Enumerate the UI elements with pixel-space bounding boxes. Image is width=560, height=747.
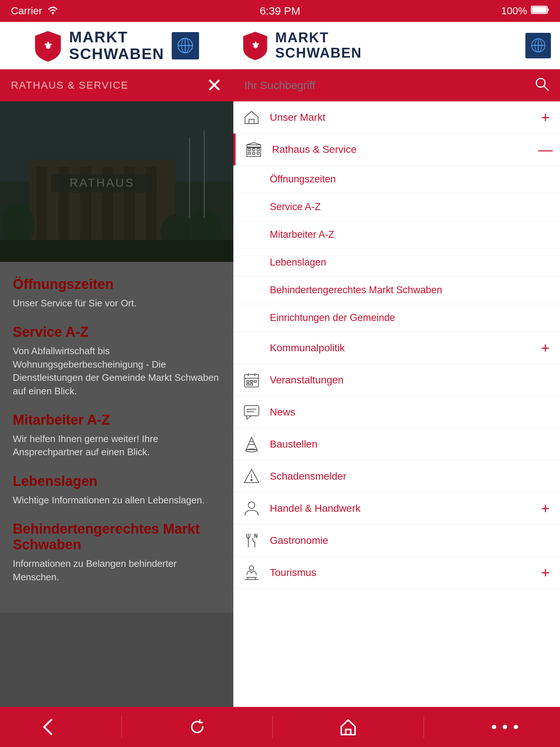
svg-point-72 (249, 566, 254, 570)
home-icon (241, 107, 262, 128)
svg-rect-52 (247, 380, 249, 382)
warning-icon (241, 465, 262, 487)
content-heading-3: Mitarbeiter A-Z (13, 412, 221, 428)
svg-rect-43 (248, 152, 250, 154)
battery-icon (531, 5, 549, 17)
toolbar-divider-3 (424, 716, 424, 738)
sidebar-item-news[interactable]: News (233, 396, 560, 428)
person-icon (241, 498, 262, 519)
back-button[interactable] (26, 712, 70, 742)
sidebar-label-baustellen: Baustellen (270, 438, 553, 450)
sidebar-item-rathaus-service[interactable]: Rathaus & Service — (233, 133, 560, 166)
cone-icon (241, 433, 262, 455)
more-button[interactable] (476, 718, 534, 736)
submenu-item-einrichtungen[interactable]: Einrichtungen der Gemeinde (233, 304, 560, 332)
svg-rect-55 (247, 383, 249, 385)
app-header-left: ⚜ MARKT SCHWABEN (0, 22, 233, 69)
svg-rect-41 (253, 148, 255, 151)
svg-rect-57 (244, 406, 259, 416)
toolbar-divider-1 (121, 716, 122, 738)
svg-point-0 (52, 12, 54, 14)
home-button[interactable] (324, 714, 372, 740)
building-icon (243, 139, 265, 160)
logo-badge-left (172, 32, 199, 59)
toolbar-divider-2 (272, 716, 273, 738)
sidebar-item-gastronomie[interactable]: Gastronomie (233, 525, 560, 557)
tourist-icon (241, 562, 262, 584)
chat-icon (241, 401, 262, 423)
content-section-behindertengerechtes: Behindertengerechtes Markt Schwaben Info… (13, 521, 221, 584)
svg-point-78 (514, 725, 518, 729)
sidebar-item-kommunalpolitik[interactable]: Kommunalpolitik + (233, 332, 560, 364)
submenu-label-lebenslagen: Lebenslagen (270, 257, 326, 268)
collapse-icon-rathaus-service[interactable]: — (538, 142, 553, 157)
sidebar-item-tourismus[interactable]: Tourismus + (233, 557, 560, 589)
sidebar-item-handel-handwerk[interactable]: Handel & Handwerk + (233, 492, 560, 525)
svg-point-66 (251, 479, 252, 481)
svg-line-35 (544, 86, 548, 90)
left-panel: ⚜ MARKT SCHWABEN RATHAUS & SERVICE ✕ (0, 22, 233, 707)
sidebar-label-gastronomie: Gastronomie (270, 535, 553, 546)
app-title-right: MARKT SCHWABEN (275, 30, 362, 61)
bottom-toolbar (0, 707, 560, 747)
content-text-5: Informationen zu Belangen behinderter Me… (13, 557, 221, 584)
svg-rect-2 (547, 8, 549, 11)
svg-rect-44 (253, 152, 255, 154)
svg-rect-27 (0, 101, 233, 262)
sidebar-label-rathaus-service: Rathaus & Service (272, 144, 538, 155)
cutlery-icon (241, 530, 262, 551)
submenu-item-oeffnungszeiten[interactable]: Öffnungszeiten (233, 166, 560, 193)
wifi-icon (47, 5, 59, 18)
content-section-mitarbeiter: Mitarbeiter A-Z Wir helfen Ihnen gerne w… (13, 412, 221, 459)
submenu-item-behindertengerechtes[interactable]: Behindertengerechtes Markt Schwaben (233, 276, 560, 304)
submenu-item-service-az[interactable]: Service A-Z (233, 193, 560, 221)
svg-marker-60 (246, 437, 257, 450)
refresh-button[interactable] (174, 714, 221, 740)
sidebar-item-veranstaltungen[interactable]: Veranstaltungen (233, 364, 560, 396)
search-icon[interactable] (534, 77, 549, 94)
nav-bar-left: RATHAUS & SERVICE ✕ (0, 69, 233, 101)
expand-icon-kommunalpolitik[interactable]: + (538, 341, 553, 355)
submenu-item-mitarbeiter-az[interactable]: Mitarbeiter A-Z (233, 221, 560, 249)
sidebar-item-baustellen[interactable]: Baustellen (233, 428, 560, 460)
content-section-lebenslagen: Lebenslagen Wichtige Informationen zu al… (13, 473, 221, 507)
svg-point-67 (248, 502, 255, 508)
expand-icon-unser-markt[interactable]: + (538, 110, 553, 125)
logo-shield-left: ⚜ (34, 30, 62, 61)
sidebar-label-veranstaltungen: Veranstaltungen (270, 374, 553, 386)
main-wrapper: ⚜ MARKT SCHWABEN RATHAUS & SERVICE ✕ (0, 22, 560, 707)
sidebar-label-tourismus: Tourismus (270, 567, 538, 578)
svg-rect-54 (254, 380, 256, 382)
expand-icon-handel-handwerk[interactable]: + (538, 501, 553, 516)
content-text-1: Unser Service für Sie vor Ort. (13, 297, 221, 310)
status-bar-left: Carrier (11, 5, 59, 18)
content-section-service-az: Service A-Z Von Abfallwirtschaft bis Woh… (13, 324, 221, 398)
calendar-icon (241, 369, 262, 391)
svg-rect-45 (257, 152, 259, 154)
content-text-2: Von Abfallwirtschaft bis Wohnungsgeberbe… (13, 344, 221, 398)
sidebar-item-unser-markt[interactable]: Unser Markt + (233, 101, 560, 133)
sidebar-item-schadensmelder[interactable]: Schadensmelder (233, 460, 560, 492)
svg-text:⚜: ⚜ (251, 40, 260, 51)
content-section-oeffnungszeiten: Öffnungszeiten Unser Service für Sie vor… (13, 276, 221, 310)
sidebar-label-handel-handwerk: Handel & Handwerk (270, 503, 538, 514)
submenu-item-lebenslagen[interactable]: Lebenslagen (233, 249, 560, 276)
sidebar-label-kommunalpolitik: Kommunalpolitik (270, 342, 538, 354)
svg-rect-75 (346, 729, 351, 735)
app-title-left: MARKT SCHWABEN (69, 29, 164, 62)
submenu-label-mitarbeiter-az: Mitarbeiter A-Z (270, 229, 334, 240)
svg-rect-42 (257, 148, 259, 151)
close-button[interactable]: ✕ (206, 76, 222, 95)
submenu-label-behindertengerechtes: Behindertengerechtes Markt Schwaben (270, 285, 442, 296)
content-heading-1: Öffnungszeiten (13, 276, 221, 292)
search-input[interactable] (244, 79, 529, 92)
content-text-4: Wichtige Informationen zu allen Lebensla… (13, 494, 221, 507)
status-bar: Carrier 6:39 PM 100% (0, 0, 560, 22)
app-header-right: ⚜ MARKT SCHWABEN (233, 22, 560, 69)
search-bar[interactable] (233, 69, 560, 101)
carrier-text: Carrier (11, 5, 42, 17)
logo-badge-right (525, 33, 551, 58)
submenu-label-einrichtungen: Einrichtungen der Gemeinde (270, 312, 395, 324)
expand-icon-tourismus[interactable]: + (538, 565, 553, 580)
svg-rect-3 (532, 7, 547, 13)
